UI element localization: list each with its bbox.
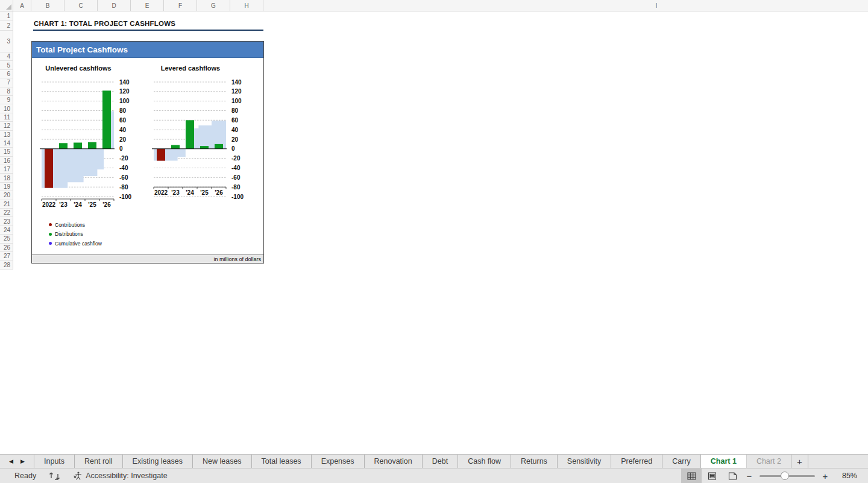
row-header-5[interactable]: 5 (0, 61, 13, 69)
grid-view-icon (687, 472, 696, 480)
zoom-slider-thumb[interactable] (781, 472, 789, 480)
zoom-out-button[interactable]: − (743, 471, 756, 481)
row-header-3[interactable]: 3 (0, 31, 13, 52)
row-header-9[interactable]: 9 (0, 96, 13, 104)
tab-chart-1[interactable]: Chart 1 (701, 455, 747, 468)
unlevered-chart-svg: 140120100806040200-20-40-60-80-1002022'2… (39, 75, 149, 209)
add-sheet-button[interactable]: + (791, 455, 808, 468)
page-layout-view-button[interactable] (702, 469, 722, 483)
column-header-c[interactable]: C (64, 0, 98, 11)
row-header-20[interactable]: 20 (0, 191, 13, 200)
svg-text:140: 140 (119, 79, 130, 86)
excel-window: ABCDEFGHI 123456789101112131415161718192… (0, 0, 868, 483)
accessibility-icon[interactable] (73, 471, 83, 481)
tab-total-leases[interactable]: Total leases (252, 455, 312, 468)
zoom-slider[interactable] (760, 475, 815, 477)
row-header-8[interactable]: 8 (0, 87, 13, 96)
tab-rent-roll[interactable]: Rent roll (75, 455, 123, 468)
chart-title-bar: Total Project Cashflows (32, 42, 263, 58)
row-header-12[interactable]: 12 (0, 122, 13, 130)
svg-text:-40: -40 (119, 165, 128, 171)
row-header-4[interactable]: 4 (0, 52, 13, 61)
tab-chart-2[interactable]: Chart 2 (747, 455, 791, 468)
svg-text:'24: '24 (74, 201, 82, 208)
svg-text:40: 40 (119, 127, 127, 133)
svg-text:100: 100 (119, 98, 130, 104)
row-header-24[interactable]: 24 (0, 226, 13, 235)
column-header-d[interactable]: D (98, 0, 131, 11)
tab-scroll-right-icon[interactable]: ▶ (20, 458, 25, 464)
row-header-2[interactable]: 2 (0, 21, 13, 31)
cashflow-chart-object[interactable]: Total Project Cashflows Unlevered cashfl… (31, 41, 264, 264)
select-all-triangle-icon (6, 4, 11, 10)
tab-debt[interactable]: Debt (423, 455, 458, 468)
legend-item-contributions: Contributions (49, 220, 102, 230)
svg-text:-100: -100 (119, 194, 131, 200)
select-all-corner[interactable] (0, 0, 13, 11)
chart-legend: ContributionsDistributionsCumulative cas… (49, 220, 102, 248)
row-header-22[interactable]: 22 (0, 209, 13, 217)
column-header-h[interactable]: H (230, 0, 263, 11)
tab-new-leases[interactable]: New leases (193, 455, 252, 468)
row-headers: 1234567891011121314151617181920212223242… (0, 11, 13, 270)
svg-text:80: 80 (119, 107, 127, 114)
svg-text:0: 0 (119, 145, 123, 152)
tab-cash-flow[interactable]: Cash flow (458, 455, 511, 468)
unlevered-cashflows-chart: Unlevered cashflows 140120100806040200-2… (39, 65, 149, 211)
row-header-16[interactable]: 16 (0, 157, 13, 165)
row-header-17[interactable]: 17 (0, 165, 13, 174)
row-header-25[interactable]: 25 (0, 235, 13, 243)
normal-view-button[interactable] (681, 469, 702, 483)
row-header-11[interactable]: 11 (0, 113, 13, 122)
row-header-18[interactable]: 18 (0, 174, 13, 182)
svg-text:20: 20 (231, 136, 239, 143)
row-header-7[interactable]: 7 (0, 78, 13, 87)
svg-text:'25: '25 (88, 201, 96, 208)
status-ready-label: Ready (14, 472, 36, 480)
row-header-10[interactable]: 10 (0, 104, 13, 113)
chart-footnote: in millions of dollars (32, 254, 263, 263)
svg-text:-20: -20 (231, 155, 241, 162)
row-header-26[interactable]: 26 (0, 244, 13, 252)
page-break-view-button[interactable] (722, 469, 743, 483)
row-header-28[interactable]: 28 (0, 260, 13, 269)
row-header-27[interactable]: 27 (0, 252, 13, 260)
zoom-in-button[interactable]: + (819, 471, 832, 481)
tab-sensitivity[interactable]: Sensitivity (558, 455, 611, 468)
column-header-g[interactable]: G (197, 0, 230, 11)
legend-marker-icon (49, 242, 52, 245)
row-header-6[interactable]: 6 (0, 70, 13, 78)
column-header-i[interactable]: I (263, 0, 868, 11)
row-header-23[interactable]: 23 (0, 217, 13, 226)
tab-inputs[interactable]: Inputs (34, 455, 75, 468)
column-header-f[interactable]: F (164, 0, 197, 11)
levered-chart-title: Levered cashflows (151, 65, 230, 72)
column-header-e[interactable]: E (131, 0, 164, 11)
row-header-21[interactable]: 21 (0, 200, 13, 209)
row-header-15[interactable]: 15 (0, 148, 13, 156)
tab-list: InputsRent rollExisting leasesNew leases… (34, 455, 791, 468)
tab-returns[interactable]: Returns (511, 455, 558, 468)
svg-text:'25: '25 (200, 189, 209, 196)
column-header-a[interactable]: A (13, 0, 31, 11)
svg-text:120: 120 (119, 88, 130, 95)
row-header-1[interactable]: 1 (0, 11, 13, 21)
tab-carry[interactable]: Carry (662, 455, 701, 468)
macro-record-icon[interactable] (49, 472, 60, 481)
tab-scroll-left-icon[interactable]: ◀ (9, 458, 13, 464)
sheet-canvas[interactable]: CHART 1: TOTAL PROJECT CASHFLOWS Total P… (13, 11, 868, 454)
row-header-14[interactable]: 14 (0, 139, 13, 148)
zoom-percentage-label[interactable]: 85% (832, 472, 857, 480)
tab-existing-leases[interactable]: Existing leases (123, 455, 193, 468)
tab-preferred[interactable]: Preferred (611, 455, 662, 468)
tab-expenses[interactable]: Expenses (312, 455, 365, 468)
svg-text:'23: '23 (59, 201, 68, 208)
column-header-b[interactable]: B (31, 0, 64, 11)
page-layout-icon (708, 472, 717, 480)
svg-text:100: 100 (231, 98, 242, 104)
row-header-19[interactable]: 19 (0, 183, 13, 191)
row-header-13[interactable]: 13 (0, 131, 13, 139)
svg-text:40: 40 (231, 127, 239, 133)
tab-renovation[interactable]: Renovation (365, 455, 423, 468)
status-bar: Ready Accessibility: Investigate − + 85% (0, 468, 868, 483)
